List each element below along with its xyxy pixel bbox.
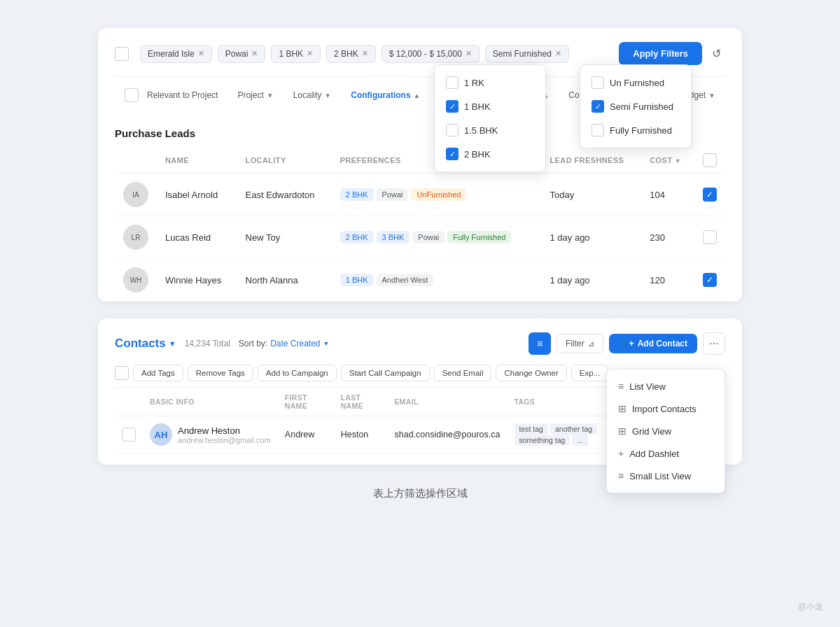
config-option-1rk[interactable]: 1 RK: [435, 71, 545, 94]
project-arrow-icon: ▼: [267, 92, 274, 99]
lead-cost-0: 104: [641, 174, 694, 216]
lead-freshness-1: 1 day ago: [542, 216, 642, 259]
contacts-select-all[interactable]: [115, 366, 129, 380]
header-checkbox[interactable]: [703, 153, 717, 167]
relevant-checkbox[interactable]: [125, 88, 139, 102]
sort-dropdown-icon: ▼: [323, 340, 330, 347]
contact-avatar-0: AH: [150, 423, 172, 446]
row-checkbox-0[interactable]: ✓: [703, 188, 717, 202]
filter-bar: Emerald Isle✕Powai✕1 BHK✕2 BHK✕$ 12,000 …: [115, 42, 725, 65]
bulk-action-0[interactable]: Add Tags: [133, 365, 183, 381]
filter-tag-close-budget[interactable]: ✕: [465, 49, 472, 58]
bulk-action-1[interactable]: Remove Tags: [188, 365, 253, 381]
filter-tag-close-1bhk[interactable]: ✕: [307, 49, 313, 58]
reset-filters-button[interactable]: ↺: [708, 43, 725, 64]
bulk-action-4[interactable]: Send Email: [434, 365, 492, 381]
furnishing-dropdown: Un Furnished ✓ Semi Furnished Fully Furn…: [580, 64, 692, 148]
contacts-sort-by[interactable]: Sort by: Date Created ▼: [239, 339, 330, 348]
config-option-15bhk[interactable]: 1.5 BHK: [435, 118, 545, 142]
contact-email-0: shad.considine@pouros.ca: [388, 416, 507, 453]
contact-lastname-0: Heston: [334, 416, 388, 453]
furnish-option-semi[interactable]: ✓ Semi Furnished: [580, 94, 691, 118]
contacts-context-menu: ≡ List View ⊞ Import Contacts ⊞ Grid Vie…: [606, 369, 725, 493]
col-basic-info: BASIC INFO: [143, 388, 278, 416]
select-all-checkbox[interactable]: [115, 47, 129, 61]
furnish-checkbox-semi[interactable]: ✓: [592, 100, 604, 113]
filter-tag-close-emerald-isle[interactable]: ✕: [198, 49, 204, 58]
contacts-dropdown-arrow[interactable]: ▼: [169, 339, 176, 348]
filter-tag-emerald-isle: Emerald Isle✕: [140, 45, 212, 63]
row-checkbox-1[interactable]: [703, 230, 717, 244]
grid-view-icon: ⊞: [618, 425, 626, 437]
lead-avatar-0: IA: [123, 182, 148, 207]
more-options-button[interactable]: ···: [703, 332, 725, 355]
lead-locality-2: North Alanna: [237, 259, 332, 302]
config-option-1bhk[interactable]: ✓ 1 BHK: [435, 94, 545, 118]
context-add-dashlet[interactable]: + Add Dashlet: [607, 442, 724, 465]
filter-button[interactable]: Filter ⊿: [556, 334, 603, 353]
sort-budget-arrow-icon: ▼: [708, 92, 715, 99]
contacts-total-count: 14,234 Total: [185, 339, 230, 348]
lead-locality-0: East Edwardoton: [237, 174, 332, 216]
list-view-button[interactable]: ≡: [528, 332, 551, 355]
add-contact-button[interactable]: 👤+ Add Contact: [609, 334, 697, 353]
contact-email-sub-0: andrew.heston@gmail.com: [178, 436, 271, 444]
contact-firstname-0: Andrew: [278, 416, 334, 453]
row-checkbox-2[interactable]: ✓: [703, 273, 717, 287]
table-row: IA Isabel Arnold East Edwardoton 2 BHKPo…: [115, 174, 725, 216]
lead-cost-2: 120: [641, 259, 694, 302]
locality-arrow-icon: ▼: [324, 92, 331, 99]
purchase-leads-table: NAME LOCALITY PREFERENCES LEAD FRESHNESS…: [115, 148, 725, 302]
col-last-name: LAST NAME: [334, 388, 388, 416]
filter-tag-close-semi-furnished[interactable]: ✕: [555, 49, 561, 58]
import-icon: ⊞: [618, 403, 626, 414]
col-header-locality[interactable]: Locality ▼: [284, 86, 342, 104]
context-import-contacts[interactable]: ⊞ Import Contacts: [607, 397, 724, 420]
bulk-action-6[interactable]: Exp...: [571, 365, 608, 381]
col-freshness: LEAD FRESHNESS: [542, 148, 642, 174]
filter-tag-close-2bhk[interactable]: ✕: [362, 49, 368, 58]
contacts-header: Contacts ▼ 14,234 Total Sort by: Date Cr…: [115, 332, 725, 355]
furnish-checkbox-fully[interactable]: [592, 124, 604, 136]
lead-name-0: Isabel Arnold: [165, 190, 218, 200]
lead-avatar-1: LR: [123, 225, 148, 250]
col-first-name: FIRST NAME: [278, 388, 334, 416]
filter-icon: ⊿: [588, 339, 594, 348]
lead-freshness-2: 1 day ago: [542, 259, 642, 302]
add-dashlet-icon: +: [618, 448, 624, 459]
footer-label: 表上方筛选操作区域: [373, 487, 468, 500]
lead-avatar-2: WH: [123, 267, 148, 293]
table-row: WH Winnie Hayes North Alanna 1 BHKAndher…: [115, 259, 725, 302]
col-header-project[interactable]: Project ▼: [227, 86, 283, 104]
small-list-icon: ≡: [618, 470, 624, 481]
bulk-action-5[interactable]: Change Owner: [496, 365, 566, 381]
filter-tag-powai: Powai✕: [218, 45, 266, 63]
contact-checkbox-0[interactable]: [122, 428, 136, 442]
col-name: NAME: [157, 148, 237, 174]
apply-filters-button[interactable]: Apply Filters: [619, 42, 702, 65]
config-option-2bhk[interactable]: ✓ 2 BHK: [435, 142, 545, 166]
contacts-actions: ≡ Filter ⊿ 👤+ Add Contact ···: [528, 332, 725, 355]
config-checkbox-2bhk[interactable]: ✓: [446, 148, 458, 160]
context-list-view[interactable]: ≡ List View: [607, 375, 724, 397]
lead-locality-1: New Toy: [237, 216, 332, 259]
bulk-action-3[interactable]: Start Call Campaign: [341, 365, 430, 381]
bulk-action-2[interactable]: Add to Campaign: [258, 365, 337, 381]
config-checkbox-1bhk[interactable]: ✓: [446, 100, 458, 113]
context-small-list-view[interactable]: ≡ Small List View: [607, 465, 724, 487]
contact-name-0: Andrew Heston: [178, 425, 271, 436]
filter-tag-2bhk: 2 BHK✕: [326, 45, 376, 63]
filter-tag-close-powai[interactable]: ✕: [251, 49, 258, 58]
config-checkbox-15bhk[interactable]: [446, 124, 458, 136]
furnish-option-unfurnished[interactable]: Un Furnished: [580, 71, 691, 94]
col-header-relevant[interactable]: Relevant to Project: [115, 84, 227, 106]
config-checkbox-1rk[interactable]: [446, 76, 458, 89]
contacts-panel: Contacts ▼ 14,234 Total Sort by: Date Cr…: [98, 318, 742, 465]
furnish-option-fully[interactable]: Fully Furnished: [580, 118, 691, 142]
col-header-configurations[interactable]: Configurations ▲: [341, 86, 430, 104]
furnish-checkbox-unfurnished[interactable]: [592, 76, 604, 89]
context-grid-view[interactable]: ⊞ Grid View: [607, 420, 724, 442]
contacts-title: Contacts ▼: [115, 337, 176, 351]
lead-name-2: Winnie Hayes: [165, 275, 221, 286]
lead-cost-1: 230: [641, 216, 694, 259]
